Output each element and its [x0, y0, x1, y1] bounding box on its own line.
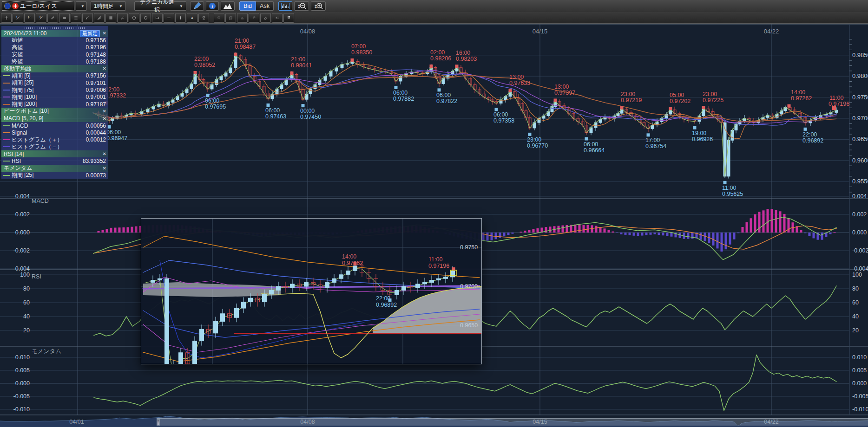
row-open: 始値0.97156 — [1, 37, 108, 44]
svg-text:14:00: 14:00 — [791, 89, 805, 96]
ask-button[interactable]: Ask — [256, 1, 274, 11]
pair-dropdown-button[interactable]: ▼ — [76, 1, 87, 11]
svg-text:21:00: 21:00 — [291, 56, 305, 63]
parallel-lines-icon — [62, 13, 66, 23]
timeframe-select[interactable]: 1時間足▼ — [91, 1, 126, 11]
eu-flag-icon — [4, 3, 11, 9]
svg-text:04/08: 04/08 — [300, 28, 316, 35]
svg-text:0.96947: 0.96947 — [106, 135, 127, 142]
svg-text:-0.005: -0.005 — [852, 393, 868, 400]
trend-line-3-icon: 3 — [39, 13, 43, 23]
trend-line-3-icon[interactable]: 3 — [36, 13, 46, 23]
row-rsi: RSI83.93352 — [1, 157, 108, 164]
svg-text:0.97882: 0.97882 — [393, 96, 414, 102]
zoom-out-button[interactable]: ↕ — [294, 1, 309, 11]
row-high-value: 0.97196 — [86, 44, 106, 51]
close-icon[interactable]: ✕ — [103, 151, 106, 157]
time-shift-icon — [214, 13, 224, 23]
fibonacci-retracement-icon[interactable] — [71, 13, 81, 23]
svg-text:0.97463: 0.97463 — [265, 113, 286, 120]
speed-line-icon[interactable] — [117, 13, 128, 23]
svg-text:0.9650: 0.9650 — [852, 136, 868, 142]
bid-button[interactable]: Bid — [239, 1, 256, 11]
text-icon: A — [190, 13, 194, 23]
scrollbar-grip-icon[interactable] — [157, 419, 160, 426]
currency-pair-label: ユーロ/スイス — [20, 2, 57, 10]
close-icon[interactable]: ✕ — [103, 108, 106, 114]
svg-text:0.98203: 0.98203 — [456, 56, 477, 62]
row-ma25-value: 0.97101 — [86, 80, 106, 86]
svg-text:-0.004: -0.004 — [13, 265, 30, 272]
svg-text:0.97202: 0.97202 — [670, 98, 690, 104]
svg-text:06:00: 06:00 — [584, 141, 598, 148]
svg-text:0.004: 0.004 — [15, 193, 30, 200]
text-icon[interactable]: A — [187, 13, 197, 23]
panel-drag-grip[interactable] — [1, 26, 108, 30]
close-icon[interactable]: ✕ — [103, 165, 106, 171]
chart-scrollbar-handle[interactable] — [157, 418, 868, 426]
horizontal-line-icon[interactable] — [164, 13, 174, 23]
svg-text:0.9750: 0.9750 — [852, 94, 868, 101]
rectangle-icon[interactable] — [152, 13, 163, 23]
zoom-in-button[interactable]: ↕ — [311, 1, 326, 11]
chevron-down-icon: ▼ — [81, 4, 85, 8]
row-momentum-header: モメンタム✕ — [1, 165, 108, 172]
svg-text:0.97219: 0.97219 — [621, 97, 642, 104]
trend-line-1-icon[interactable]: 1 — [13, 13, 23, 23]
svg-text:0.9800: 0.9800 — [852, 72, 868, 79]
currency-pair-selector[interactable]: ユーロ/スイス — [2, 1, 74, 11]
technical-select[interactable]: テクニカル選択▼ — [134, 1, 186, 11]
ruler-icon[interactable] — [47, 13, 58, 23]
magnet-icon[interactable] — [283, 13, 294, 23]
info-button[interactable]: i — [206, 1, 219, 11]
row-low-value: 0.97148 — [86, 52, 106, 58]
svg-text:06:00: 06:00 — [436, 92, 451, 98]
draw-pencil-button[interactable] — [190, 1, 204, 11]
chevron-down-icon: ▼ — [179, 4, 183, 8]
svg-text:19:00: 19:00 — [692, 130, 706, 136]
svg-text:0.005: 0.005 — [852, 367, 867, 374]
svg-text:13:00: 13:00 — [509, 74, 524, 80]
eraser-icon — [263, 13, 268, 23]
crosshair-icon — [4, 13, 8, 23]
svg-text:0.9850: 0.9850 — [852, 52, 868, 58]
parallel-lines-icon[interactable] — [59, 13, 70, 23]
svg-text:80: 80 — [23, 285, 30, 292]
pentagon-icon — [132, 13, 136, 23]
settings-list-icon[interactable] — [272, 13, 283, 23]
close-icon[interactable]: ✕ — [103, 116, 106, 122]
zoom-overlay-window[interactable]: 0.97500.97000.965014:000.9726211:000.971… — [141, 218, 482, 364]
fibonacci-arc-icon[interactable] — [82, 13, 93, 23]
svg-text:0.97822: 0.97822 — [436, 98, 457, 104]
svg-text:0.95625: 0.95625 — [722, 191, 743, 197]
svg-text:0.010: 0.010 — [852, 354, 867, 361]
svg-text:0.000: 0.000 — [15, 229, 30, 236]
svg-text:0.98350: 0.98350 — [351, 49, 372, 56]
crosshair-icon[interactable] — [1, 13, 12, 23]
svg-text:20: 20 — [23, 327, 30, 334]
eraser-icon[interactable] — [260, 13, 271, 23]
row-ma25-color-swatch — [3, 83, 10, 84]
pentagon-icon[interactable] — [129, 13, 139, 23]
close-icon[interactable]: ✕ — [103, 65, 106, 71]
svg-text:60: 60 — [852, 299, 859, 306]
svg-text:1: 1 — [16, 16, 17, 18]
chart-type-button[interactable] — [221, 1, 235, 11]
svg-text:0.000: 0.000 — [852, 229, 867, 236]
row-ma25: 期間 [25]0.97101 — [1, 79, 108, 86]
svg-text:04/15: 04/15 — [533, 28, 548, 35]
emoji-stamp-icon[interactable]: ICON — [198, 13, 209, 23]
drag-hand-icon — [240, 13, 244, 23]
circle-icon[interactable] — [140, 13, 151, 23]
trend-line-2-icon[interactable]: 2 — [24, 13, 35, 23]
chart-window-button[interactable] — [278, 1, 292, 11]
svg-text:100: 100 — [852, 272, 862, 278]
vertical-line-icon[interactable] — [175, 13, 186, 23]
overlay-left-cloud — [143, 282, 281, 297]
magnet-icon — [287, 13, 291, 23]
fibonacci-timezone-icon[interactable] — [105, 13, 116, 23]
svg-text:0.97196: 0.97196 — [829, 101, 849, 107]
latest-bar-button[interactable]: 最新足 — [80, 30, 100, 37]
close-icon[interactable]: ✕ — [103, 30, 106, 36]
fibonacci-fan-icon[interactable] — [94, 13, 105, 23]
